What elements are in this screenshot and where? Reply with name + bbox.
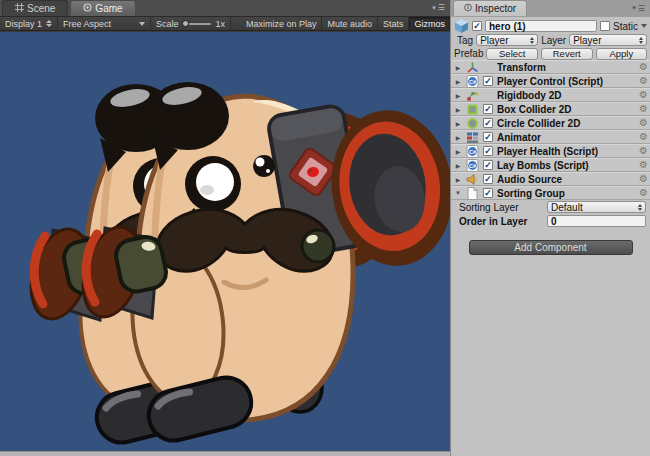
window-edge: [0, 451, 450, 456]
game-toolbar: Display 1 Free Aspect Scale 1x Maximize …: [0, 17, 450, 31]
component-header-sorting-group[interactable]: ▼ ✓ Sorting Group ⚙: [451, 186, 650, 200]
scale-label: Scale: [156, 19, 179, 29]
static-label: Static: [613, 21, 638, 32]
foldout-icon[interactable]: ▶: [454, 134, 462, 141]
gizmos-button[interactable]: Gizmos: [409, 17, 450, 30]
audio-source-icon: [465, 173, 479, 186]
tab-inspector[interactable]: Inspector: [453, 0, 527, 16]
component-name: Circle Collider 2D: [497, 118, 636, 129]
maximize-on-play-button[interactable]: Maximize on Play: [241, 17, 323, 30]
foldout-icon[interactable]: ▶: [454, 162, 462, 169]
foldout-icon[interactable]: ▶: [454, 78, 462, 85]
add-component-button[interactable]: Add Component: [469, 240, 633, 255]
game-panel: Scene Game ▾☰ Display 1 Free Aspect Scal…: [0, 0, 450, 456]
component-name: Rigidbody 2D: [497, 90, 636, 101]
lock-icon[interactable]: [621, 3, 628, 13]
animator-icon: [465, 131, 479, 144]
component-header-transform[interactable]: ▶ Transform ⚙: [451, 60, 650, 74]
component-header-box-collider2d[interactable]: ▶ ✓ Box Collider 2D ⚙: [451, 102, 650, 116]
rigidbody2d-icon: [465, 89, 479, 102]
tab-game[interactable]: Game: [70, 0, 135, 16]
game-tab-bar: Scene Game ▾☰: [0, 0, 450, 17]
component-enabled-checkbox[interactable]: ✓: [483, 174, 493, 184]
tab-scene[interactable]: Scene: [2, 0, 68, 16]
gameobject-name-field[interactable]: hero (1): [485, 20, 597, 32]
sorting-layer-dropdown[interactable]: Default: [547, 201, 646, 213]
scale-slider[interactable]: [182, 20, 211, 27]
layer-dropdown[interactable]: Player: [569, 34, 647, 46]
game-viewport[interactable]: [0, 32, 450, 451]
component-header-rigidbody2d[interactable]: ▶ Rigidbody 2D ⚙: [451, 88, 650, 102]
inspector-pane-menu-icon[interactable]: ▾☰: [621, 3, 646, 13]
gear-icon[interactable]: ⚙: [639, 132, 648, 142]
csharp-script-icon: C#: [465, 145, 479, 158]
component-header-animator[interactable]: ▶ ✓ Animator ⚙: [451, 130, 650, 144]
component-enabled-checkbox[interactable]: ✓: [483, 104, 493, 114]
slider-knob[interactable]: [182, 20, 189, 27]
component-header-player-control[interactable]: ▶ C# ✓ Player Control (Script) ⚙: [451, 74, 650, 88]
scene-icon: [15, 3, 24, 14]
gear-icon[interactable]: ⚙: [639, 76, 648, 86]
game-icon: [83, 3, 92, 14]
csharp-script-icon: C#: [465, 75, 479, 88]
prefab-revert-button[interactable]: Revert: [541, 48, 593, 60]
component-enabled-checkbox[interactable]: ✓: [483, 146, 493, 156]
inspector-icon: [464, 3, 472, 14]
foldout-icon[interactable]: ▶: [454, 92, 462, 99]
popup-arrows-icon: [530, 37, 534, 44]
static-checkbox[interactable]: [600, 21, 610, 31]
svg-text:C#: C#: [468, 162, 475, 168]
component-name: Lay Bombs (Script): [497, 160, 636, 171]
foldout-icon[interactable]: ▼: [454, 190, 462, 196]
scale-value: 1x: [215, 19, 225, 29]
svg-text:C#: C#: [468, 78, 475, 84]
gear-icon[interactable]: ⚙: [639, 90, 648, 100]
static-dropdown-icon[interactable]: [641, 24, 647, 28]
component-header-circle-collider2d[interactable]: ▶ ✓ Circle Collider 2D ⚙: [451, 116, 650, 130]
component-name: Audio Source: [497, 174, 636, 185]
foldout-icon[interactable]: ▶: [454, 120, 462, 127]
component-enabled-checkbox[interactable]: ✓: [483, 132, 493, 142]
inspector-tab-bar: Inspector ▾☰: [451, 0, 650, 17]
component-enabled-checkbox[interactable]: ✓: [483, 118, 493, 128]
tab-game-label: Game: [95, 3, 122, 14]
gameobject-enabled-checkbox[interactable]: ✓: [472, 21, 482, 31]
prefab-label: Prefab: [454, 48, 483, 59]
component-enabled-checkbox[interactable]: ✓: [483, 160, 493, 170]
gear-icon[interactable]: ⚙: [639, 146, 648, 156]
foldout-icon[interactable]: ▶: [454, 64, 462, 71]
gear-icon[interactable]: ⚙: [639, 160, 648, 170]
component-header-player-health[interactable]: ▶ C# ✓ Player Health (Script) ⚙: [451, 144, 650, 158]
gear-icon[interactable]: ⚙: [639, 62, 648, 72]
foldout-icon[interactable]: ▶: [454, 106, 462, 113]
transform-icon: [465, 61, 479, 74]
gear-icon[interactable]: ⚙: [639, 118, 648, 128]
component-enabled-checkbox[interactable]: ✓: [483, 76, 493, 86]
tag-dropdown[interactable]: Player: [476, 34, 538, 46]
component-header-lay-bombs[interactable]: ▶ C# ✓ Lay Bombs (Script) ⚙: [451, 158, 650, 172]
prefab-apply-button[interactable]: Apply: [596, 48, 648, 60]
mute-audio-button[interactable]: Mute audio: [322, 17, 378, 30]
component-name: Player Control (Script): [497, 76, 636, 87]
inspector-panel: Inspector ▾☰ ✓ hero (1) Static Tag Playe…: [450, 0, 650, 456]
component-name: Player Health (Script): [497, 146, 636, 157]
component-name: Sorting Group: [497, 188, 636, 199]
stats-button[interactable]: Stats: [378, 17, 410, 30]
display-dropdown[interactable]: Display 1: [0, 17, 58, 30]
layer-label: Layer: [541, 35, 566, 46]
popup-arrows-icon: [639, 37, 643, 44]
gear-icon[interactable]: ⚙: [639, 174, 648, 184]
tag-label: Tag: [457, 35, 473, 46]
gear-icon[interactable]: ⚙: [639, 104, 648, 114]
foldout-icon[interactable]: ▶: [454, 176, 462, 183]
svg-text:C#: C#: [468, 148, 475, 154]
foldout-icon[interactable]: ▶: [454, 148, 462, 155]
order-in-layer-field[interactable]: 0: [547, 215, 646, 227]
gear-icon[interactable]: ⚙: [639, 188, 648, 198]
component-header-audio-source[interactable]: ▶ ✓ Audio Source ⚙: [451, 172, 650, 186]
game-pane-menu-icon[interactable]: ▾☰: [432, 3, 446, 12]
prefab-select-button[interactable]: Select: [486, 48, 538, 60]
aspect-dropdown[interactable]: Free Aspect: [58, 17, 151, 30]
tab-scene-label: Scene: [27, 3, 55, 14]
component-enabled-checkbox[interactable]: ✓: [483, 188, 493, 198]
